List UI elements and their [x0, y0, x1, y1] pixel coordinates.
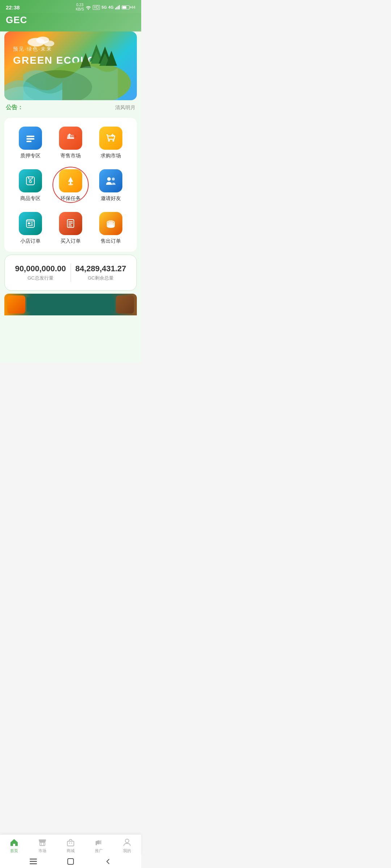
- svg-point-21: [113, 140, 114, 142]
- icon-item-sell-order[interactable]: 售出订单: [91, 206, 131, 249]
- icon-pledge-wrapper: [19, 127, 42, 150]
- app-title: GEC: [6, 14, 135, 26]
- icon-item-pledge[interactable]: 质押专区: [10, 121, 50, 163]
- label-purchase: 求购市场: [101, 153, 121, 159]
- svg-rect-38: [68, 226, 72, 226]
- icon-item-goods[interactable]: 商品专区: [10, 163, 50, 206]
- icon-buy-order-wrapper: [59, 212, 82, 235]
- svg-point-27: [107, 177, 111, 181]
- hd-badge: HD: [93, 5, 100, 10]
- label-shop-order: 小店订单: [20, 238, 41, 244]
- nav-spacer: [0, 315, 141, 362]
- icon-goods-wrapper: [19, 169, 42, 192]
- label-goods: 商品专区: [20, 195, 41, 202]
- icon-item-buy-order[interactable]: 买入订单: [50, 206, 91, 249]
- stats-card: 90,000,000.00 GC总发行量 84,289,431.27 GC剩余总…: [4, 255, 137, 291]
- svg-rect-37: [68, 224, 71, 225]
- svg-rect-18: [67, 138, 74, 139]
- sell-order-icon: [105, 217, 117, 230]
- icon-consign-wrapper: SALE: [59, 127, 82, 150]
- battery-percent: 44: [131, 5, 135, 9]
- purchase-icon: [105, 132, 117, 144]
- stat-total-label: GC总发行量: [10, 275, 71, 281]
- app-header: GEC: [0, 13, 141, 31]
- svg-rect-32: [31, 224, 33, 225]
- icon-item-eco-task[interactable]: 环保任务: [50, 163, 91, 206]
- svg-rect-2: [118, 6, 119, 10]
- battery-icon: [122, 5, 130, 9]
- stat-remaining-label: GC剩余总量: [71, 275, 131, 281]
- shop-order-icon: [24, 217, 37, 230]
- svg-rect-36: [68, 223, 73, 224]
- network-speed: 0.23 KB/S: [76, 3, 84, 12]
- status-bar: 22:38 0.23 KB/S HD 5G 4G 44: [0, 0, 141, 13]
- label-consign: 寄售市场: [60, 153, 81, 159]
- icon-shop-order-wrapper: [19, 212, 42, 235]
- svg-rect-35: [68, 221, 73, 222]
- bottom-partial-image: [4, 294, 137, 315]
- banner-wave: [4, 71, 62, 100]
- svg-rect-1: [116, 7, 117, 9]
- svg-rect-17: [26, 141, 31, 142]
- invite-icon: [105, 175, 117, 187]
- buy-order-icon: [64, 217, 77, 230]
- svg-point-14: [44, 41, 54, 47]
- svg-rect-30: [28, 222, 30, 224]
- label-buy-order: 买入订单: [60, 238, 81, 244]
- svg-point-26: [68, 184, 73, 186]
- svg-marker-10: [80, 53, 91, 68]
- icon-sell-order-wrapper: [99, 212, 122, 235]
- feature-grid: 质押专区 SALE 寄售市场: [4, 118, 137, 252]
- svg-rect-33: [28, 225, 33, 226]
- svg-rect-15: [26, 136, 34, 137]
- icon-item-shop-order[interactable]: 小店订单: [10, 206, 50, 249]
- stat-remaining: 84,289,431.27 GC剩余总量: [71, 264, 131, 281]
- icon-item-consign[interactable]: SALE 寄售市场: [50, 121, 91, 163]
- icon-invite-wrapper: [99, 169, 122, 192]
- main-content: 预见·绿色·未来 GREEN ECOLOGY: [0, 31, 141, 362]
- 5g-badge: 5G: [101, 5, 107, 9]
- announcement-bar: 公告： 清风明月: [0, 100, 141, 115]
- stat-total-issue: 90,000,000.00 GC总发行量: [10, 264, 71, 281]
- svg-rect-16: [26, 138, 34, 140]
- label-eco-task: 环保任务: [60, 195, 81, 202]
- goods-icon: [24, 175, 37, 187]
- banner: 预见·绿色·未来 GREEN ECOLOGY: [4, 31, 137, 100]
- wifi-icon: [85, 5, 91, 10]
- status-time: 22:38: [6, 4, 20, 10]
- status-icons: 0.23 KB/S HD 5G 4G 44: [76, 3, 135, 12]
- announcement-label: 公告：: [6, 104, 23, 111]
- svg-rect-0: [115, 8, 116, 9]
- svg-text:SALE: SALE: [70, 135, 76, 137]
- svg-rect-31: [31, 222, 33, 223]
- label-pledge: 质押专区: [20, 153, 41, 159]
- label-sell-order: 售出订单: [101, 238, 121, 244]
- svg-point-20: [108, 140, 110, 142]
- stat-total-value: 90,000,000.00: [10, 264, 71, 273]
- partial-banner-bar: [27, 297, 114, 312]
- icon-item-invite[interactable]: 邀请好友: [91, 163, 131, 206]
- announcement-text: 清风明月: [115, 105, 135, 111]
- pledge-icon: [24, 132, 37, 144]
- stat-remaining-value: 84,289,431.27: [71, 264, 131, 273]
- partial-image-right: [116, 295, 134, 314]
- svg-point-28: [112, 178, 115, 180]
- icon-purchase-wrapper: [99, 127, 122, 150]
- consign-icon: SALE: [64, 132, 77, 144]
- svg-rect-3: [119, 5, 120, 9]
- icon-item-purchase[interactable]: 求购市场: [91, 121, 131, 163]
- signal-icon: [115, 5, 120, 9]
- eco-task-icon: [64, 175, 77, 187]
- 4g-badge: 4G: [108, 5, 114, 9]
- label-invite: 邀请好友: [101, 195, 121, 202]
- partial-image-left: [7, 295, 25, 314]
- battery-fill: [122, 6, 126, 9]
- icon-eco-task-wrapper: [59, 169, 82, 192]
- svg-marker-24: [68, 177, 73, 182]
